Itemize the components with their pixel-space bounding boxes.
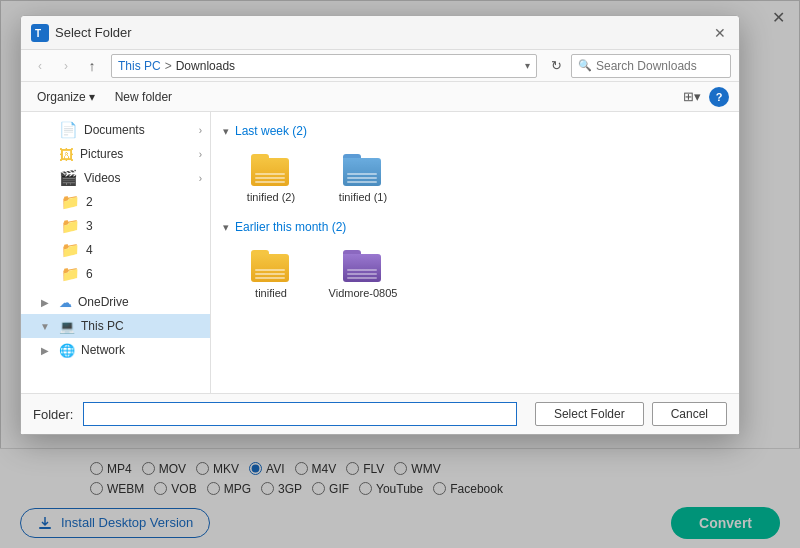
view-button[interactable]: ⊞▾ — [681, 86, 703, 108]
select-folder-button[interactable]: Select Folder — [535, 402, 644, 426]
pictures-arrow-icon: › — [199, 149, 202, 160]
file-label-vidmore: Vidmore-0805 — [329, 286, 398, 300]
section-earlier-month-title: Earlier this month (2) — [235, 220, 346, 234]
sidebar-this-pc-label: This PC — [81, 319, 202, 333]
back-button[interactable]: ‹ — [29, 55, 51, 77]
up-button[interactable]: ↑ — [81, 55, 103, 77]
search-input[interactable] — [596, 59, 726, 73]
select-folder-dialog: T Select Folder ✕ ‹ › ↑ This PC > Downlo… — [20, 15, 740, 435]
address-breadcrumb: This PC > Downloads — [118, 59, 525, 73]
dialog-close-button[interactable]: ✕ — [711, 24, 729, 42]
videos-arrow-icon: › — [199, 173, 202, 184]
file-tinified[interactable]: tinified — [231, 242, 311, 304]
footer-buttons: Select Folder Cancel — [535, 402, 727, 426]
address-bar[interactable]: This PC > Downloads ▾ — [111, 54, 537, 78]
sidebar-item-network[interactable]: ▶ 🌐 Network — [21, 338, 210, 362]
file-label-tinified-1: tinified (1) — [339, 190, 387, 204]
onedrive-icon: ☁ — [59, 295, 72, 310]
expand-this-pc-icon: ▼ — [37, 321, 53, 332]
file-label-tinified: tinified — [255, 286, 287, 300]
folder-3-icon: 📁 — [61, 217, 80, 235]
folder-6-icon: 📁 — [61, 265, 80, 283]
sidebar-pictures-label: Pictures — [80, 147, 193, 161]
help-button[interactable]: ? — [709, 87, 729, 107]
file-tinified-1[interactable]: tinified (1) — [323, 146, 403, 208]
file-tinified-2[interactable]: tinified (2) — [231, 146, 311, 208]
folder-4-label: 4 — [86, 243, 202, 257]
breadcrumb-separator: > — [165, 59, 172, 73]
dialog-footer: Folder: Select Folder Cancel — [21, 393, 739, 434]
documents-arrow-icon: › — [199, 125, 202, 136]
new-folder-label: New folder — [115, 90, 172, 104]
dialog-ribbon: Organize ▾ New folder ⊞▾ ? — [21, 82, 739, 112]
search-bar[interactable]: 🔍 — [571, 54, 731, 78]
forward-button[interactable]: › — [55, 55, 77, 77]
this-pc-icon: 💻 — [59, 319, 75, 334]
network-icon: 🌐 — [59, 343, 75, 358]
folder-4-icon: 📁 — [61, 241, 80, 259]
section-last-week-arrow: ▾ — [223, 125, 229, 138]
sidebar-item-documents[interactable]: 📄 Documents › — [21, 118, 210, 142]
dialog-title: Select Folder — [55, 25, 711, 40]
address-dropdown-icon[interactable]: ▾ — [525, 60, 530, 71]
section-earlier-month-arrow: ▾ — [223, 221, 229, 234]
file-vidmore-0805[interactable]: Vidmore-0805 — [323, 242, 403, 304]
sidebar-item-videos[interactable]: 🎬 Videos › — [21, 166, 210, 190]
cancel-button[interactable]: Cancel — [652, 402, 727, 426]
folder-2-icon: 📁 — [61, 193, 80, 211]
organize-label: Organize — [37, 90, 86, 104]
new-folder-button[interactable]: New folder — [109, 88, 178, 106]
search-icon: 🔍 — [578, 59, 592, 72]
help-icon: ? — [716, 91, 723, 103]
dialog-app-icon: T — [31, 24, 49, 42]
sidebar-videos-label: Videos — [84, 171, 193, 185]
app-logo-icon: T — [31, 24, 49, 42]
refresh-button[interactable]: ↻ — [545, 55, 567, 77]
breadcrumb-downloads: Downloads — [176, 59, 235, 73]
ribbon-left: Organize ▾ New folder — [31, 88, 178, 106]
dialog-body: 📄 Documents › 🖼 Pictures › 🎬 Videos › 📁 … — [21, 112, 739, 393]
expand-network-icon: ▶ — [37, 345, 53, 356]
ribbon-right: ⊞▾ ? — [681, 86, 729, 108]
organize-arrow-icon: ▾ — [89, 90, 95, 104]
expand-onedrive-icon: ▶ — [37, 297, 53, 308]
file-label-tinified-2: tinified (2) — [247, 190, 295, 204]
folder-thumb-tinified-2 — [251, 150, 291, 186]
sidebar-documents-label: Documents — [84, 123, 193, 137]
sidebar-item-4[interactable]: 📁 4 — [21, 238, 210, 262]
sidebar-item-this-pc[interactable]: ▼ 💻 This PC — [21, 314, 210, 338]
section-earlier-month: ▾ Earlier this month (2) — [223, 220, 727, 234]
sidebar-item-onedrive[interactable]: ▶ ☁ OneDrive — [21, 290, 210, 314]
folder-thumb-tinified — [251, 246, 291, 282]
folder-input[interactable] — [83, 402, 516, 426]
sidebar: 📄 Documents › 🖼 Pictures › 🎬 Videos › 📁 … — [21, 112, 211, 393]
videos-folder-icon: 🎬 — [59, 169, 78, 187]
files-grid-earlier-month: tinified Vidmore-0805 — [223, 242, 727, 304]
folder-2-label: 2 — [86, 195, 202, 209]
folder-3-label: 3 — [86, 219, 202, 233]
breadcrumb-this-pc[interactable]: This PC — [118, 59, 161, 73]
sidebar-item-2[interactable]: 📁 2 — [21, 190, 210, 214]
cancel-label: Cancel — [671, 407, 708, 421]
sidebar-item-pictures[interactable]: 🖼 Pictures › — [21, 142, 210, 166]
organize-button[interactable]: Organize ▾ — [31, 88, 101, 106]
files-grid-last-week: tinified (2) tinified (1) — [223, 146, 727, 208]
documents-folder-icon: 📄 — [59, 121, 78, 139]
pictures-folder-icon: 🖼 — [59, 146, 74, 163]
svg-text:T: T — [35, 28, 41, 39]
select-folder-label: Select Folder — [554, 407, 625, 421]
section-last-week-title: Last week (2) — [235, 124, 307, 138]
sidebar-item-3[interactable]: 📁 3 — [21, 214, 210, 238]
folder-thumb-tinified-1 — [343, 150, 383, 186]
dialog-toolbar: ‹ › ↑ This PC > Downloads ▾ ↻ 🔍 — [21, 50, 739, 82]
folder-label: Folder: — [33, 407, 73, 422]
dialog-titlebar: T Select Folder ✕ — [21, 16, 739, 50]
sidebar-onedrive-label: OneDrive — [78, 295, 202, 309]
section-last-week: ▾ Last week (2) — [223, 124, 727, 138]
sidebar-network-label: Network — [81, 343, 202, 357]
main-content: ▾ Last week (2) — [211, 112, 739, 393]
sidebar-item-6[interactable]: 📁 6 — [21, 262, 210, 286]
folder-thumb-vidmore — [343, 246, 383, 282]
folder-6-label: 6 — [86, 267, 202, 281]
